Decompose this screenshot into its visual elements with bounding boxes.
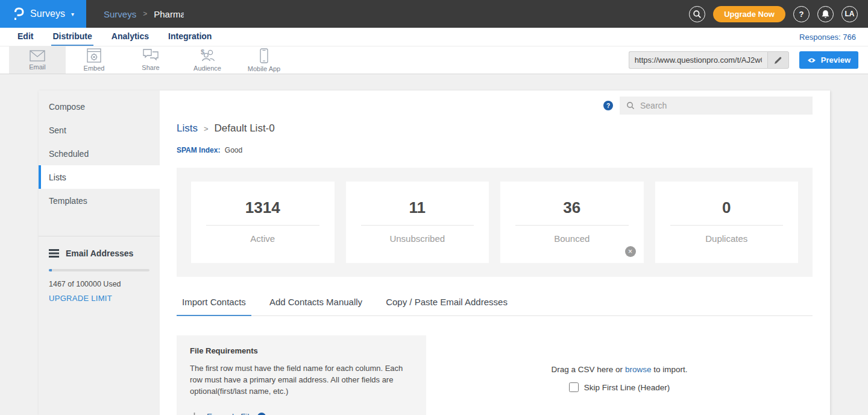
- stat-divider: [206, 225, 319, 226]
- questionpro-logo-icon: [12, 7, 25, 22]
- avatar[interactable]: LA: [841, 6, 858, 22]
- csv-drop-zone[interactable]: Drag a CSV here or browse to import. Ski…: [426, 335, 813, 415]
- stat-card-duplicates: 0 Duplicates: [655, 182, 799, 263]
- email-sidebar: Compose Sent Scheduled Lists Templates E…: [39, 90, 160, 415]
- search-input[interactable]: [640, 101, 806, 110]
- share-icon: [143, 49, 159, 62]
- upgrade-limit-link[interactable]: UPGRADE LIMIT: [49, 294, 149, 303]
- product-switcher[interactable]: Surveys ▾: [0, 0, 86, 28]
- sidebar-item-scheduled[interactable]: Scheduled: [39, 142, 160, 165]
- list-stats-panel: 1314 Active 11 Unsubscribed 36 Bounced ×…: [177, 168, 813, 277]
- stat-card-active: 1314 Active: [191, 182, 335, 263]
- tab-edit[interactable]: Edit: [16, 28, 34, 46]
- email-addresses-section: Email Addresses 1467 of 100000 Used UPGR…: [39, 236, 160, 303]
- stat-value: 11: [346, 198, 489, 217]
- tab-integration[interactable]: Integration: [167, 28, 213, 46]
- list-icon: [49, 249, 59, 258]
- stat-value: 36: [500, 198, 644, 217]
- toolbar-item-share[interactable]: Share: [122, 46, 179, 74]
- responses-count[interactable]: Responses: 766: [799, 33, 856, 42]
- preview-label: Preview: [821, 55, 851, 65]
- stat-label: Active: [191, 233, 335, 244]
- sidebar-item-lists[interactable]: Lists: [39, 165, 160, 189]
- usage-progress-bar: [49, 269, 149, 271]
- email-icon: [30, 50, 45, 62]
- search-row: ?: [177, 97, 813, 115]
- help-button[interactable]: ?: [793, 6, 810, 22]
- spam-index-label: SPAM Index:: [177, 146, 220, 154]
- pencil-icon: [774, 56, 782, 65]
- notifications-button[interactable]: [817, 6, 834, 22]
- chevron-down-icon: ▾: [71, 11, 74, 17]
- stat-divider: [515, 225, 629, 226]
- sidebar-item-sent[interactable]: Sent: [39, 118, 160, 142]
- search-icon: [693, 10, 702, 19]
- stat-label: Duplicates: [655, 233, 799, 244]
- lists-main-panel: ? Lists > Default List-0 SPAM Index: Goo…: [160, 90, 830, 415]
- usage-text: 1467 of 100000 Used: [49, 280, 149, 288]
- breadcrumb-surveys-link[interactable]: Surveys: [104, 9, 136, 19]
- file-requirements-title: File Requirements: [190, 346, 413, 355]
- embed-icon: [87, 48, 101, 63]
- product-label: Surveys: [30, 8, 65, 19]
- stat-label: Bounced: [500, 233, 644, 244]
- tab-import-contacts[interactable]: Import Contacts: [177, 297, 251, 316]
- skip-first-line-label: Skip First Line (Header): [584, 383, 670, 392]
- drag-text-before: Drag a CSV here or: [552, 365, 625, 374]
- usage-progress-fill: [49, 269, 52, 271]
- download-icon: [190, 412, 199, 415]
- clear-bounced-icon[interactable]: ×: [625, 246, 636, 257]
- tab-copy-paste-email-addresses[interactable]: Copy / Paste Email Addresses: [380, 297, 513, 316]
- breadcrumb: Surveys > Pharma: [104, 9, 184, 19]
- tab-distribute[interactable]: Distribute: [51, 28, 93, 46]
- edit-url-button[interactable]: [767, 51, 789, 69]
- distribute-toolbar: Email Embed Share $: [0, 46, 868, 74]
- example-file-help-icon[interactable]: ?: [257, 413, 266, 415]
- search-button[interactable]: [689, 6, 705, 22]
- file-requirements-body: The first row must have the field name f…: [190, 363, 410, 398]
- toolbar-item-label: Embed: [84, 65, 105, 72]
- survey-url-input[interactable]: [629, 51, 767, 69]
- toolbar-item-mobile-app[interactable]: Mobile App: [236, 46, 292, 74]
- top-bar: Surveys ▾ Surveys > Pharma Upgrade Now ?: [0, 0, 868, 28]
- file-requirements-box: File Requirements The first row must hav…: [177, 335, 426, 415]
- breadcrumb-separator: >: [143, 10, 147, 18]
- page-gap: [0, 74, 868, 90]
- breadcrumb-survey-name: Pharma: [154, 9, 184, 19]
- breadcrumb-separator: >: [204, 124, 209, 133]
- upgrade-now-button[interactable]: Upgrade Now: [713, 6, 785, 22]
- preview-button[interactable]: Preview: [799, 51, 858, 69]
- drag-instruction: Drag a CSV here or browse to import.: [552, 365, 688, 374]
- sidebar-item-compose[interactable]: Compose: [39, 95, 160, 118]
- bell-icon: [821, 9, 830, 19]
- tab-analytics[interactable]: Analytics: [110, 28, 150, 46]
- toolbar-item-audience[interactable]: $ Audience: [179, 46, 236, 74]
- topbar-actions: Upgrade Now ? LA: [689, 6, 858, 22]
- tab-add-contacts-manually[interactable]: Add Contacts Manually: [264, 297, 368, 316]
- toolbar-item-email[interactable]: Email: [9, 46, 66, 74]
- stat-value: 0: [655, 198, 799, 217]
- browse-link[interactable]: browse: [625, 365, 652, 374]
- current-list-name: Default List-0: [215, 122, 275, 135]
- example-file-link[interactable]: Example File: [207, 412, 254, 415]
- survey-nav: Edit Distribute Analytics Integration Re…: [0, 28, 868, 46]
- mobile-app-icon: [260, 48, 268, 63]
- toolbar-item-label: Audience: [193, 65, 221, 72]
- drag-text-after: to import.: [651, 365, 687, 374]
- help-icon[interactable]: ?: [603, 101, 613, 110]
- lists-breadcrumb-link[interactable]: Lists: [177, 122, 198, 135]
- email-addresses-title: Email Addresses: [66, 249, 133, 258]
- skip-first-line-checkbox[interactable]: [569, 382, 579, 392]
- search-box: [620, 97, 813, 115]
- sidebar-item-templates[interactable]: Templates: [39, 189, 160, 212]
- stat-value: 1314: [191, 198, 335, 217]
- list-breadcrumb: Lists > Default List-0: [177, 122, 813, 135]
- stat-divider: [361, 225, 474, 226]
- import-contacts-panel: File Requirements The first row must hav…: [177, 335, 813, 415]
- toolbar-item-embed[interactable]: Embed: [66, 46, 122, 74]
- svg-text:$: $: [201, 48, 204, 55]
- contacts-tabs: Import Contacts Add Contacts Manually Co…: [177, 297, 813, 316]
- skip-first-line-row: Skip First Line (Header): [569, 382, 670, 392]
- example-file-row: Example File ?: [190, 412, 413, 415]
- toolbar-item-label: Share: [142, 64, 159, 71]
